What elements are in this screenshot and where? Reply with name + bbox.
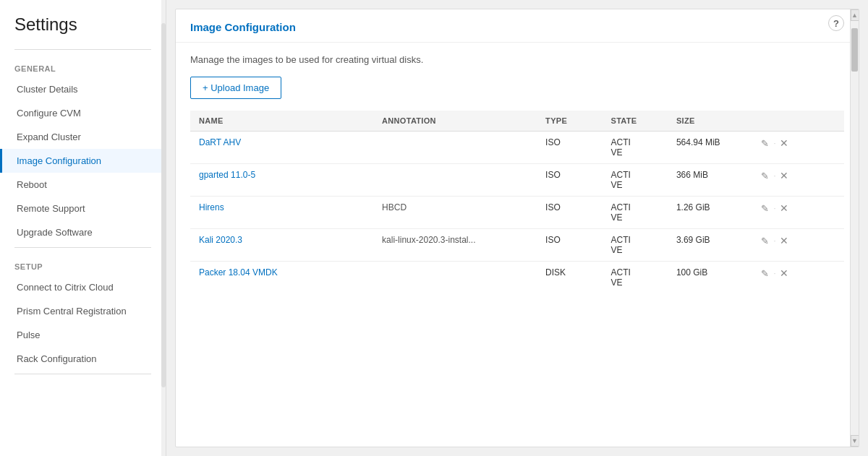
cell-actions: ✎ · ✕ [752,164,844,197]
sidebar-item-image-configuration[interactable]: Image Configuration [0,149,166,173]
cell-state: ACTIVE [603,164,668,197]
action-separator: · [773,204,775,212]
sidebar-item-label: Cluster Details [17,84,78,95]
cell-size: 3.69 GiB [668,229,753,262]
cell-name: DaRT AHV [190,132,373,164]
help-button[interactable]: ? [828,15,844,31]
scroll-up-button[interactable]: ▲ [851,9,859,21]
cell-name: Packer 18.04 VMDK [190,262,373,294]
cell-state: ACTIVE [603,197,668,229]
sidebar-item-label: Upgrade Software [17,227,93,238]
sidebar-item-configure-cvm[interactable]: Configure CVM [0,101,166,125]
sidebar: Settings General Cluster Details Configu… [0,0,166,456]
image-name-link[interactable]: Hirens [199,202,224,212]
panel-header: Image Configuration ? [176,9,859,43]
settings-title: Settings [0,0,166,46]
table-row: gparted 11.0-5ISOACTIVE366 MiB ✎ · ✕ [190,164,844,197]
col-header-size: SIZE [668,111,753,132]
sidebar-item-connect-citrix[interactable]: Connect to Citrix Cloud [0,275,166,299]
col-header-type: TYPE [537,111,602,132]
cell-actions: ✎ · ✕ [752,197,844,229]
upload-image-button[interactable]: + Upload Image [190,77,281,99]
panel-description: Manage the images to be used for creatin… [190,54,844,65]
cell-name: gparted 11.0-5 [190,164,373,197]
scroll-track [851,21,859,435]
delete-icon[interactable]: ✕ [780,137,788,149]
delete-icon[interactable]: ✕ [780,267,788,279]
image-name-link[interactable]: Kali 2020.3 [199,235,242,245]
image-name-link[interactable]: DaRT AHV [199,137,241,147]
sidebar-item-label: Remote Support [17,203,85,214]
sidebar-item-expand-cluster[interactable]: Expand Cluster [0,125,166,149]
sidebar-divider-top [14,49,151,50]
sidebar-item-label: Connect to Citrix Cloud [17,282,114,293]
sidebar-item-label: Configure CVM [17,108,81,119]
sidebar-item-label: Prism Central Registration [17,306,127,317]
cell-annotation [373,164,537,197]
action-separator: · [773,139,775,147]
col-header-state: STATE [603,111,668,132]
edit-icon[interactable]: ✎ [761,268,769,279]
cell-name: Hirens [190,197,373,229]
delete-icon[interactable]: ✕ [780,170,788,181]
table-body: DaRT AHVISOACTIVE564.94 MiB ✎ · ✕ gparte… [190,132,844,294]
cell-size: 100 GiB [668,262,753,294]
image-name-link[interactable]: gparted 11.0-5 [199,170,255,180]
table-row: Kali 2020.3kali-linux-2020.3-instal...IS… [190,229,844,262]
action-separator: · [773,236,775,245]
table-row: DaRT AHVISOACTIVE564.94 MiB ✎ · ✕ [190,132,844,164]
cell-type: ISO [537,197,602,229]
sidebar-item-cluster-details[interactable]: Cluster Details [0,77,166,101]
cell-size: 564.94 MiB [668,132,753,164]
panel-title: Image Configuration [190,21,296,33]
cell-type: ISO [537,132,602,164]
cell-size: 1.26 GiB [668,197,753,229]
cell-actions: ✎ · ✕ [752,132,844,164]
sidebar-item-label: Rack Configuration [17,353,97,364]
sidebar-divider-bottom [14,374,151,374]
col-header-annotation: ANNOTATION [373,111,537,132]
image-name-link[interactable]: Packer 18.04 VMDK [199,267,278,278]
sidebar-item-prism-central[interactable]: Prism Central Registration [0,299,166,323]
delete-icon[interactable]: ✕ [780,235,788,246]
edit-icon[interactable]: ✎ [761,203,769,214]
general-section-label: General [0,57,166,77]
image-table: NAME ANNOTATION TYPE STATE SIZE DaRT AHV… [190,111,844,293]
col-header-actions [752,111,844,132]
cell-state: ACTIVE [603,132,668,164]
cell-type: ISO [537,229,602,262]
cell-name: Kali 2020.3 [190,229,373,262]
edit-icon[interactable]: ✎ [761,138,769,149]
cell-annotation [373,132,537,164]
edit-icon[interactable]: ✎ [761,171,769,181]
sidebar-item-label: Pulse [17,330,41,340]
cell-actions: ✎ · ✕ [752,262,844,294]
cell-size: 366 MiB [668,164,753,197]
sidebar-item-pulse[interactable]: Pulse [0,323,166,347]
setup-section-label: Setup [0,255,166,275]
content-panel: Image Configuration ? Manage the images … [175,9,859,447]
scroll-down-button[interactable]: ▼ [851,435,859,447]
table-row: Packer 18.04 VMDKDISKACTIVE100 GiB ✎ · ✕ [190,262,844,294]
main-content: Image Configuration ? Manage the images … [166,0,868,456]
table-row: HirensHBCDISOACTIVE1.26 GiB ✎ · ✕ [190,197,844,229]
panel-scrollbar: ▲ ▼ [850,9,859,447]
cell-type: ISO [537,164,602,197]
col-header-name: NAME [190,111,373,132]
delete-icon[interactable]: ✕ [780,202,788,214]
table-header: NAME ANNOTATION TYPE STATE SIZE [190,111,844,132]
sidebar-item-reboot[interactable]: Reboot [0,173,166,197]
edit-icon[interactable]: ✎ [761,236,769,246]
action-separator: · [773,171,775,180]
sidebar-item-upgrade-software[interactable]: Upgrade Software [0,220,166,244]
sidebar-item-remote-support[interactable]: Remote Support [0,197,166,220]
sidebar-item-label: Reboot [17,179,47,190]
sidebar-scroll-thumb [161,23,166,388]
sidebar-item-rack-configuration[interactable]: Rack Configuration [0,347,166,371]
cell-actions: ✎ · ✕ [752,229,844,262]
cell-annotation: HBCD [373,197,537,229]
cell-annotation: kali-linux-2020.3-instal... [373,229,537,262]
scroll-thumb [851,28,858,72]
sidebar-item-label: Image Configuration [17,155,101,166]
panel-body: Manage the images to be used for creatin… [176,43,859,447]
